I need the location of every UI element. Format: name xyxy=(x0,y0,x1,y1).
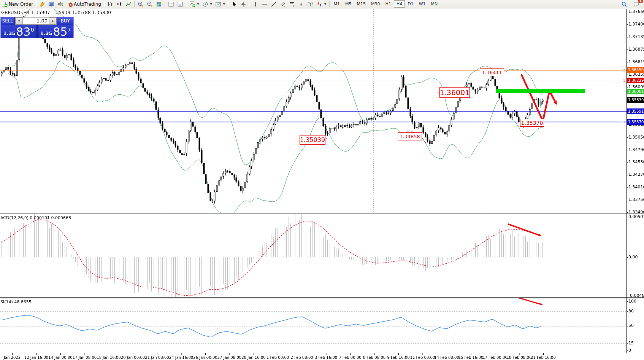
terminal-icon xyxy=(48,1,54,7)
arrows-button[interactable]: ▼ xyxy=(315,0,328,8)
chevron-down-icon[interactable]: ▼ xyxy=(197,2,199,6)
level-price-badge: 1.35591 xyxy=(627,108,644,114)
timeframe-m1-button[interactable]: M1 xyxy=(331,0,343,8)
new-order-icon xyxy=(2,1,8,7)
line-chart-button[interactable] xyxy=(124,0,133,8)
crosshair-icon xyxy=(240,1,246,7)
timeframe-h1-button[interactable]: H1 xyxy=(383,0,394,8)
data-window-icon xyxy=(168,1,174,7)
macd-label: ACD(12,26,9) 0.000101 0.000668 xyxy=(0,215,71,220)
search-button[interactable] xyxy=(620,0,629,8)
sell-button[interactable]: SELL xyxy=(1,17,15,25)
volume-increase-button[interactable]: ▲ xyxy=(49,18,56,24)
price-annotation-1.35039[interactable]: 1.35039 xyxy=(300,135,325,145)
timeframe-m5-button[interactable]: M5 xyxy=(343,0,354,8)
zoom-out-icon xyxy=(147,1,153,7)
indicators-icon xyxy=(189,1,195,7)
vertical-line-button[interactable] xyxy=(251,0,260,8)
drawing-tools-group: EFAT▼ xyxy=(230,0,328,8)
arrows-icon xyxy=(316,1,322,7)
alerts-icon xyxy=(57,1,63,7)
buy-price-big: 85 xyxy=(53,27,67,37)
autotrading-button[interactable]: AutoTrading xyxy=(65,0,103,8)
price-annotation-1.35370[interactable]: 1.35370 xyxy=(520,119,544,127)
candlestick-button[interactable] xyxy=(115,0,124,8)
buy-price-small: 1.35 xyxy=(40,30,52,36)
horizontal-line-icon xyxy=(262,1,268,7)
price-annotation-1.36411[interactable]: 1.36411 xyxy=(480,68,504,76)
zoom-in-icon xyxy=(138,1,144,7)
bar-chart-icon xyxy=(107,1,113,7)
cursor-icon xyxy=(231,1,237,7)
channel-icon: E xyxy=(280,1,286,7)
sell-price[interactable]: 1.35 83 0 xyxy=(1,25,36,38)
bar-chart-button[interactable] xyxy=(106,0,115,8)
separator xyxy=(36,1,36,7)
timeframe-h4-button[interactable]: H4 xyxy=(394,0,405,8)
price-annotation-1.34858[interactable]: 1.34858 xyxy=(398,132,422,140)
buy-price-sup: 7 xyxy=(68,27,71,33)
crosshair-button[interactable] xyxy=(239,0,248,8)
chart-tools-group: ▼▼▼ xyxy=(106,0,227,8)
svg-text:A: A xyxy=(300,2,303,7)
volume-decrease-button[interactable]: ▼ xyxy=(16,18,23,24)
data-window-button[interactable] xyxy=(167,0,176,8)
channel-button[interactable]: E xyxy=(278,0,287,8)
sell-price-sup: 0 xyxy=(31,27,34,33)
cleanup-icon xyxy=(39,1,45,7)
zoom-out-button[interactable] xyxy=(145,0,154,8)
cursor-button[interactable] xyxy=(230,0,239,8)
trendline-icon xyxy=(271,1,277,7)
tile-windows-button[interactable] xyxy=(154,0,163,8)
current-price-badge: 1.35830 xyxy=(627,97,644,103)
periods-button[interactable]: ▼ xyxy=(201,0,214,8)
chevron-down-icon[interactable]: ▼ xyxy=(223,2,225,6)
svg-text:E: E xyxy=(284,4,285,7)
fibonacci-button[interactable]: F xyxy=(287,0,297,8)
label-button[interactable]: T xyxy=(306,0,315,8)
fibonacci-icon: F xyxy=(289,1,295,7)
support-zone-highlight[interactable] xyxy=(496,89,585,93)
buy-button[interactable]: BUY xyxy=(57,17,73,25)
chevron-down-icon[interactable]: ▼ xyxy=(210,2,212,6)
svg-text:F: F xyxy=(293,5,295,7)
timeframe-m30-button[interactable]: M30 xyxy=(368,0,383,8)
terminal-button[interactable] xyxy=(47,0,56,8)
line-chart-icon xyxy=(125,1,132,7)
price-annotation-1.36001[interactable]: 1.36001 xyxy=(439,87,470,98)
indicators-button[interactable]: ▼ xyxy=(188,0,201,8)
separator xyxy=(104,1,105,7)
chevron-down-icon[interactable]: ▼ xyxy=(324,2,326,6)
separator xyxy=(329,1,330,7)
notifications-button[interactable]: 1 xyxy=(632,0,641,8)
rsi-label: SI(14) 48.8655 xyxy=(0,299,32,304)
label-icon: T xyxy=(307,1,313,7)
templates-button[interactable]: ▼ xyxy=(214,0,227,8)
vertical-line-icon xyxy=(252,1,259,7)
navigator-button[interactable] xyxy=(176,0,185,8)
timeframe-m15-button[interactable]: M15 xyxy=(354,0,369,8)
alerts-button[interactable] xyxy=(56,0,65,8)
text-icon: A xyxy=(298,1,304,7)
chart-canvas[interactable] xyxy=(0,0,644,360)
level-price-badge: 1.36001 xyxy=(627,89,644,94)
zoom-in-button[interactable] xyxy=(136,0,145,8)
timeframe-w1-button[interactable]: W1 xyxy=(416,0,428,8)
trendline-button[interactable] xyxy=(269,0,278,8)
text-button[interactable]: A xyxy=(297,0,306,8)
separator xyxy=(228,1,228,7)
timeframe-d1-button[interactable]: D1 xyxy=(405,0,416,8)
buy-price[interactable]: 1.35 85 7 xyxy=(38,25,73,38)
volume-stepper[interactable]: ▼ 1.00 ▲ xyxy=(15,17,57,25)
search-icon xyxy=(621,1,627,7)
cleanup-button[interactable] xyxy=(38,0,47,8)
tile-windows-icon xyxy=(156,1,162,7)
autotrading-label: AutoTrading xyxy=(74,2,101,7)
toolbar-right-group: 1 xyxy=(620,0,644,8)
timeframe-mn-button[interactable]: MN xyxy=(428,0,441,8)
volume-value[interactable]: 1.00 xyxy=(23,18,49,24)
new-order-button[interactable]: New Order xyxy=(0,0,35,8)
notification-badge: 1 xyxy=(638,0,643,3)
horizontal-line-button[interactable] xyxy=(260,0,269,8)
level-price-badge: 1.36229 xyxy=(627,78,644,83)
